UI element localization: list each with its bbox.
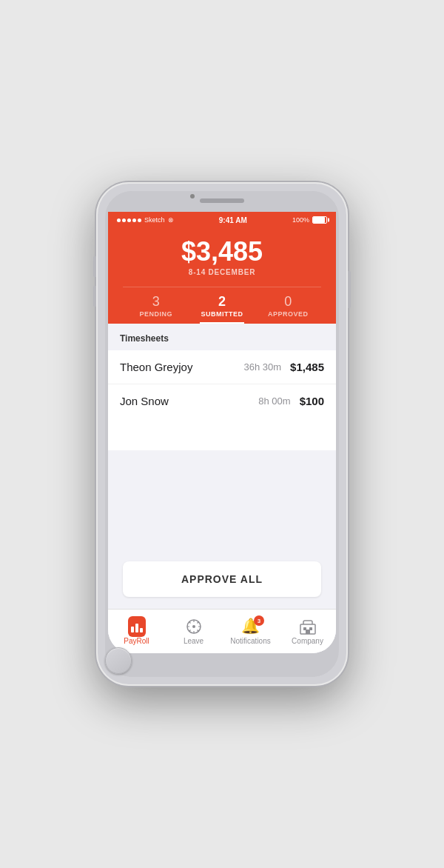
tab-pending[interactable]: 3 PENDING xyxy=(123,287,189,324)
empty-space xyxy=(108,450,336,550)
battery-label: 100% xyxy=(292,216,309,224)
employee-name-1: Theon Greyjoy xyxy=(120,361,244,373)
company-icon xyxy=(299,618,317,635)
volume-up-button[interactable] xyxy=(93,256,96,277)
wifi-icon: ⊗ xyxy=(168,216,174,224)
notifications-icon: 🔔 3 xyxy=(242,618,260,635)
nav-notifications[interactable]: 🔔 3 Notifications xyxy=(222,610,279,653)
pending-label: PENDING xyxy=(123,310,189,318)
status-left: Sketch ⊗ xyxy=(117,216,174,224)
date-range: 8-14 DECEMBER xyxy=(123,268,321,276)
approve-section: APPROVE ALL xyxy=(108,550,336,609)
tab-approved[interactable]: 0 APPROVED xyxy=(255,287,321,324)
notifications-label: Notifications xyxy=(230,637,270,645)
employee-name-2: Jon Snow xyxy=(120,395,258,407)
pending-count: 3 xyxy=(123,295,189,310)
battery-icon xyxy=(312,216,327,224)
section-header: Timesheets xyxy=(108,324,336,350)
company-label: Company xyxy=(292,637,323,645)
approve-all-button[interactable]: APPROVE ALL xyxy=(123,561,321,597)
nav-company[interactable]: Company xyxy=(279,610,336,653)
status-time: 9:41 AM xyxy=(219,216,247,224)
tab-underline xyxy=(200,322,244,324)
svg-rect-13 xyxy=(306,630,310,634)
status-bar: Sketch ⊗ 9:41 AM 100% xyxy=(108,212,336,228)
list-item[interactable]: Jon Snow 8h 00m $100 xyxy=(108,384,336,418)
bottom-nav: PayRoll xyxy=(108,609,336,653)
timesheet-list: Theon Greyjoy 36h 30m $1,485 Jon Snow 8h… xyxy=(108,350,336,450)
tab-submitted[interactable]: 2 SUBMITTED xyxy=(189,287,255,324)
approved-label: APPROVED xyxy=(255,310,321,318)
battery-fill xyxy=(313,217,325,223)
svg-line-8 xyxy=(197,621,198,623)
amount-1: $1,485 xyxy=(290,361,324,373)
screen: Sketch ⊗ 9:41 AM 100% $3,485 8-14 DECEMB… xyxy=(108,212,336,653)
content-area: Timesheets Theon Greyjoy 36h 30m $1,485 … xyxy=(108,324,336,653)
bar2 xyxy=(135,624,138,632)
nav-leave[interactable]: Leave xyxy=(165,610,222,653)
phone-wrapper: Sketch ⊗ 9:41 AM 100% $3,485 8-14 DECEMB… xyxy=(0,0,444,868)
leave-label: Leave xyxy=(184,637,204,645)
submitted-count: 2 xyxy=(189,295,255,310)
phone-inner: Sketch ⊗ 9:41 AM 100% $3,485 8-14 DECEMB… xyxy=(105,191,339,677)
volume-down-button[interactable] xyxy=(93,286,96,307)
speaker xyxy=(200,198,244,203)
amount-2: $100 xyxy=(300,395,324,407)
payroll-icon-box xyxy=(128,616,146,637)
home-button[interactable] xyxy=(105,647,132,674)
section-title: Timesheets xyxy=(120,333,169,344)
bar3 xyxy=(140,628,143,632)
list-item[interactable]: Theon Greyjoy 36h 30m $1,485 xyxy=(108,350,336,384)
phone-bottom-bezel xyxy=(105,656,339,677)
payroll-icon-container xyxy=(128,618,146,635)
hero-section: $3,485 8-14 DECEMBER 3 PENDING 2 SUBMITT… xyxy=(108,228,336,324)
payroll-bars xyxy=(131,621,143,632)
power-button[interactable] xyxy=(348,271,351,308)
bell-wrapper: 🔔 3 xyxy=(241,618,260,634)
carrier-label: Sketch xyxy=(144,216,165,224)
status-right: 100% xyxy=(292,216,327,224)
svg-line-7 xyxy=(197,630,198,631)
hours-2: 8h 00m xyxy=(258,395,290,407)
svg-line-9 xyxy=(189,630,190,631)
notification-badge: 3 xyxy=(254,615,264,626)
bar1 xyxy=(131,627,134,632)
front-camera xyxy=(190,194,195,198)
payroll-label: PayRoll xyxy=(124,637,149,645)
leave-icon xyxy=(185,618,203,635)
total-amount: $3,485 xyxy=(123,237,321,267)
svg-point-1 xyxy=(192,625,195,628)
phone-top-bezel xyxy=(105,191,339,212)
phone-frame: Sketch ⊗ 9:41 AM 100% $3,485 8-14 DECEMB… xyxy=(96,182,348,686)
signal-dots xyxy=(117,218,141,222)
tabs-bar: 3 PENDING 2 SUBMITTED 0 APPROVED xyxy=(123,287,321,324)
submitted-label: SUBMITTED xyxy=(189,310,255,318)
approved-count: 0 xyxy=(255,295,321,310)
hours-1: 36h 30m xyxy=(244,361,282,373)
svg-line-6 xyxy=(189,621,190,623)
